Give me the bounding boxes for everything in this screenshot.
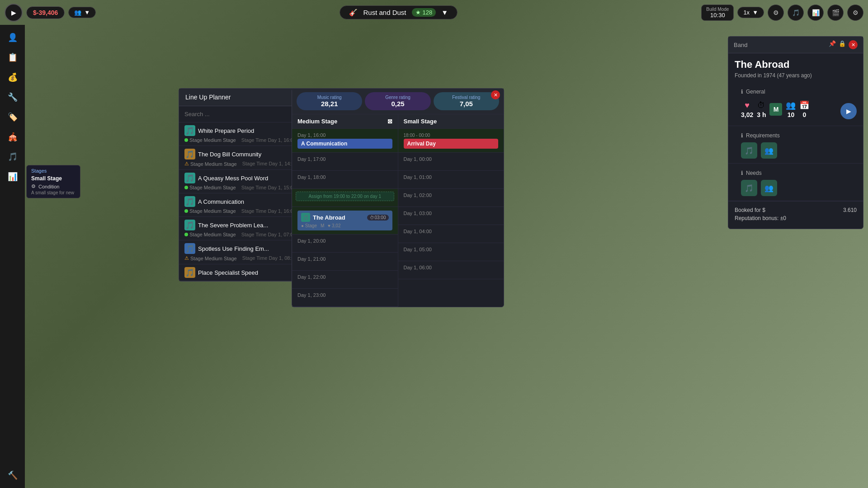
tooltip-stages-label: Stages bbox=[31, 168, 47, 174]
sidebar-list-icon[interactable]: 📋 bbox=[5, 49, 21, 66]
gear-icon-btn[interactable]: ⚙ bbox=[847, 5, 863, 21]
play-band-button[interactable]: ▶ bbox=[840, 103, 857, 119]
sidebar-hammer-icon[interactable]: 🔨 bbox=[5, 467, 21, 483]
staff-button[interactable]: 👥 ▼ bbox=[68, 7, 96, 18]
band-name-row: 🎵 Place Specialist Speed bbox=[184, 267, 258, 278]
band-panel-name: The Abroad bbox=[728, 53, 863, 72]
money-display: $-39,406 bbox=[26, 6, 65, 19]
time-slot-small-05[interactable]: Day 1, 05:00 bbox=[398, 243, 504, 261]
band-panel-close-btn[interactable]: ✕ bbox=[849, 40, 858, 49]
stat-heart: ♥ 3,02 bbox=[741, 101, 753, 118]
arrival-time-range: 18:00 - 00:00 bbox=[404, 133, 430, 138]
sidebar-tag-icon[interactable]: 🏷️ bbox=[5, 109, 21, 125]
time-slot-medium-19[interactable]: 🎵 The Abroad ⏱03:00 ● Stage M ♥ 3,02 bbox=[292, 207, 398, 235]
camera-icon-btn[interactable]: 🎬 bbox=[827, 5, 844, 21]
time-slot-small-04[interactable]: Day 1, 04:00 bbox=[398, 225, 504, 243]
assigned-band-communication[interactable]: A Communication ✕ bbox=[297, 139, 392, 149]
letter-badge: M bbox=[769, 103, 782, 116]
ratings-bar: Music rating 28,21 Genre rating 0,25 Fes… bbox=[292, 89, 504, 114]
time-slot-medium-22[interactable]: Day 1, 22:00 bbox=[292, 271, 398, 289]
band-panel-founded: Founded in 1974 (47 years ago) bbox=[728, 72, 863, 83]
arrival-day-label: Arrival Day bbox=[407, 141, 436, 147]
assigned-band-abroad: 🎵 The Abroad ⏱03:00 ● Stage M ♥ 3,02 bbox=[297, 211, 392, 230]
lock-icon[interactable]: 🔒 bbox=[839, 40, 846, 49]
requirements-section: ℹ Requirements 🎵 👥 bbox=[728, 126, 863, 164]
time-slot-medium-18[interactable]: Day 1, 18:00 bbox=[292, 171, 398, 189]
rating-badge: ★ 128 bbox=[412, 8, 436, 17]
count-value: 10 bbox=[788, 111, 795, 118]
time-slot-medium-17[interactable]: Day 1, 17:00 bbox=[292, 153, 398, 171]
slot-time: Day 1, 03:00 bbox=[404, 211, 432, 216]
time-slot-small-06[interactable]: Day 1, 06:00 bbox=[398, 261, 504, 279]
music-icon-btn[interactable]: 🎵 bbox=[788, 5, 804, 21]
sidebar-money-icon[interactable]: 💰 bbox=[5, 69, 21, 85]
stage-label: Medium Stage bbox=[205, 161, 237, 167]
time-slot-small-03[interactable]: Day 1, 03:00 bbox=[398, 207, 504, 225]
stage-color-dot bbox=[184, 233, 188, 236]
stat-count: 👥 10 bbox=[786, 100, 796, 118]
band-stage-info: Stage Medium Stage Stage Time Day 1, 16:… bbox=[184, 208, 296, 214]
abroad-score: ♥ 3,02 bbox=[328, 223, 340, 228]
sidebar-music-icon[interactable]: 🎵 bbox=[5, 149, 21, 165]
stage-label: Medium Stage bbox=[204, 208, 236, 214]
small-stage-tooltip: Stages Small Stage ⚙ Condition A small s… bbox=[26, 165, 80, 198]
band-stage-info: Stage Medium Stage Stage Time Day 1, 15:… bbox=[184, 185, 296, 190]
abroad-duration: ⏱03:00 bbox=[367, 215, 388, 221]
needs-icon-2: 👥 bbox=[761, 180, 777, 196]
festival-rating-value: 7,05 bbox=[460, 100, 473, 108]
band-name-row: 🎵 The Severe Problem Lea... bbox=[184, 220, 268, 230]
band-name-row: 🎵 A Queasy Mess Pool Word bbox=[184, 173, 268, 183]
band-name-label: The Severe Problem Lea... bbox=[198, 222, 268, 229]
sidebar-tent-icon[interactable]: 🎪 bbox=[5, 129, 21, 145]
abroad-stage-label: ● Stage bbox=[301, 223, 317, 228]
stage-label: Medium Stage bbox=[204, 185, 236, 190]
arrival-day-band: Arrival Day bbox=[404, 139, 499, 149]
festival-rating-box: Festival rating 7,05 bbox=[434, 92, 499, 110]
time-slot-medium-21[interactable]: Day 1, 21:00 bbox=[292, 253, 398, 271]
heart-stat-value: 3,02 bbox=[741, 111, 753, 118]
pin-icon[interactable]: 📌 bbox=[829, 40, 836, 49]
stat-calendar: 📅 0 bbox=[799, 100, 809, 118]
stat-duration: ⏱ 3 h bbox=[757, 101, 766, 118]
band-name-display: Rust and Dust bbox=[363, 9, 406, 16]
assign-prompt-slot[interactable]: Assign from 19:00 to 22:00 on day 1 bbox=[292, 189, 398, 207]
warn-icon: ⚠ bbox=[184, 161, 189, 167]
condition-item: ⚙ Condition bbox=[31, 183, 75, 189]
abroad-name: The Abroad bbox=[313, 214, 345, 221]
hud-arrow: ▼ bbox=[441, 9, 448, 16]
req-icon-2: 👥 bbox=[761, 142, 777, 159]
time-slot-medium-16[interactable]: Day 1, 16:00 A Communication ✕ bbox=[292, 129, 398, 153]
slot-time: Day 1, 04:00 bbox=[404, 229, 432, 234]
play-button[interactable]: ▶ bbox=[5, 4, 23, 22]
band-avatar: 🎵 bbox=[184, 267, 195, 278]
speed-button[interactable]: 1x ▼ bbox=[737, 7, 764, 18]
settings-icon-btn[interactable]: ⚙ bbox=[768, 5, 784, 21]
time-slot-small-arrival[interactable]: 18:00 - 00:00 Arrival Day bbox=[398, 129, 504, 153]
slot-time: Day 1, 06:00 bbox=[404, 265, 432, 270]
time-slot-small-00[interactable]: Day 1, 00:00 bbox=[398, 153, 504, 171]
slot-time: Day 1, 00:00 bbox=[404, 156, 432, 162]
stage-label: Medium Stage bbox=[205, 256, 237, 261]
needs-icons: 🎵 👥 bbox=[735, 178, 857, 198]
band-stats: ♥ 3,02 ⏱ 3 h M 👥 10 📅 0 bbox=[735, 97, 857, 122]
sidebar-chart-icon[interactable]: 📊 bbox=[5, 169, 21, 185]
time-slot-medium-23[interactable]: Day 1, 23:00 bbox=[292, 289, 398, 307]
abroad-avatar: 🎵 bbox=[301, 213, 310, 222]
chart-icon-btn[interactable]: 📊 bbox=[807, 5, 824, 21]
band-stage-info: ⚠ Stage Medium Stage Stage Time Day 1, 1… bbox=[184, 161, 297, 167]
band-panel-header-icons: 📌 🔒 ✕ bbox=[829, 40, 858, 49]
build-mode-label: Build Mode bbox=[706, 7, 729, 12]
time-slot-small-01[interactable]: Day 1, 01:00 bbox=[398, 171, 504, 189]
stat-letter: M bbox=[769, 103, 782, 116]
needs-section: ℹ Needs 🎵 👥 bbox=[728, 164, 863, 201]
slot-time: Day 1, 16:00 bbox=[297, 132, 326, 138]
band-panel: Band 📌 🔒 ✕ The Abroad Founded in 1974 (4… bbox=[728, 36, 863, 229]
time-slot-medium-20[interactable]: Day 1, 20:00 bbox=[292, 235, 398, 253]
sidebar-wrench-icon[interactable]: 🔧 bbox=[5, 89, 21, 105]
time-display: 10:30 bbox=[706, 12, 729, 19]
sidebar-person-icon[interactable]: 👤 bbox=[5, 29, 21, 46]
time-slot-small-02[interactable]: Day 1, 02:00 bbox=[398, 189, 504, 207]
reputation-row: Reputation bonus: ±0 bbox=[735, 215, 857, 221]
medium-stage-icon[interactable]: ⊠ bbox=[387, 118, 392, 125]
lineup-title: Line Up Planner bbox=[185, 94, 231, 101]
